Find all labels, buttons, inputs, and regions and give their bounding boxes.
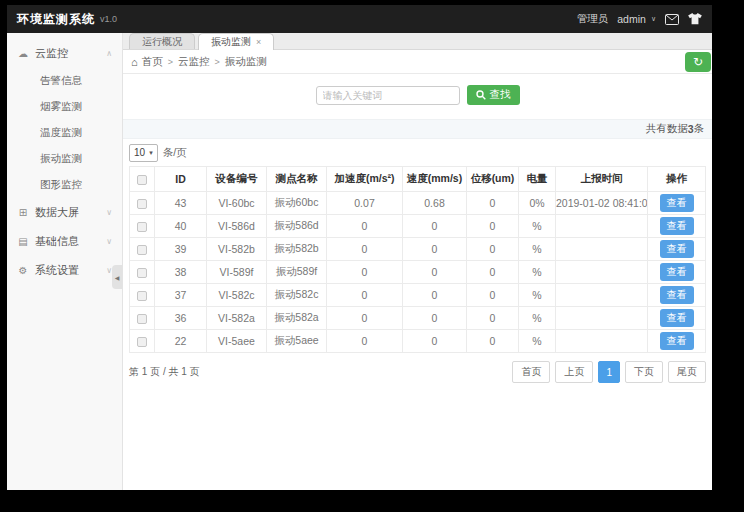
row-checkbox[interactable] [137,291,147,301]
table-cell: 39 [155,238,207,261]
sidebar-item-temperature-monitor[interactable]: 温度监测 [7,120,122,146]
table-cell: % [519,238,556,261]
app-version: v1.0 [100,14,117,24]
table-cell: 0 [403,330,467,353]
table-cell: 40 [155,215,207,238]
row-actions-cell: 查看 [648,330,706,353]
table-cell: 0 [327,238,403,261]
sidebar-collapse-handle[interactable]: ◀ [112,265,122,289]
search-button[interactable]: 查找 [467,85,520,105]
table-cell: VI-582a [207,307,267,330]
table-row: 39VI-582b振动582b000%查看 [130,238,706,261]
table-row: 40VI-586d振动586d000%查看 [130,215,706,238]
close-icon[interactable]: × [256,37,261,47]
user-menu[interactable]: admin [617,13,646,25]
row-checkbox[interactable] [137,245,147,255]
sidebar-item-vibration-monitor[interactable]: 振动监测 [7,146,122,172]
table-cell: % [519,284,556,307]
view-button[interactable]: 查看 [660,217,694,235]
collapse-arrow-icon: ◀ [115,274,120,281]
pagination-last-button[interactable]: 尾页 [668,361,706,383]
refresh-button[interactable]: ↻ [685,52,711,72]
summary-suffix: 条 [694,122,705,136]
view-button[interactable]: 查看 [660,286,694,304]
column-header-displacement: 位移(um) [467,167,519,192]
row-checkbox[interactable] [137,314,147,324]
table-cell [556,215,648,238]
home-icon: ⌂ [131,56,138,68]
sidebar-item-system-settings[interactable]: ⚙ 系统设置 ∨ [7,256,122,285]
table-cell: % [519,261,556,284]
view-button[interactable]: 查看 [660,263,694,281]
row-checkbox[interactable] [137,222,147,232]
sidebar-item-smoke-monitor[interactable]: 烟雾监测 [7,94,122,120]
row-checkbox[interactable] [137,268,147,278]
column-header-speed: 速度(mm/s) [403,167,467,192]
chevron-down-icon: ∨ [106,208,112,217]
mail-icon[interactable] [665,14,679,25]
view-button[interactable]: 查看 [660,332,694,350]
chevron-down-icon: ∨ [651,15,656,23]
table-row: 38VI-589f振动589f000%查看 [130,261,706,284]
row-select-cell [130,192,155,215]
table-cell: 0 [327,261,403,284]
summary-bar: 共有数据3 条 [123,119,712,139]
sidebar-item-data-screen[interactable]: ⊞ 数据大屏 ∨ [7,198,122,227]
search-button-label: 查找 [490,88,511,102]
shirt-icon[interactable] [688,13,702,25]
view-button[interactable]: 查看 [660,194,694,212]
sidebar-item-graphic-monitor[interactable]: 图形监控 [7,172,122,198]
search-icon [476,90,486,100]
pagination-next-button[interactable]: 下页 [625,361,663,383]
column-header-device-code: 设备编号 [207,167,267,192]
pagination-page-1-button[interactable]: 1 [598,361,620,383]
pagination-first-button[interactable]: 首页 [512,361,550,383]
table-cell: 0 [327,307,403,330]
view-button[interactable]: 查看 [660,309,694,327]
summary-prefix: 共有数据 [646,122,688,136]
table-cell: VI-5aee [207,330,267,353]
search-input[interactable] [316,86,460,105]
row-checkbox[interactable] [137,337,147,347]
sidebar-item-label: 云监控 [35,46,68,61]
breadcrumb-current: 振动监测 [225,55,267,69]
table-cell: 0 [467,192,519,215]
breadcrumb-home[interactable]: 首页 [142,55,163,69]
page-size-select[interactable]: 10 ▾ [129,144,158,162]
table-cell: 22 [155,330,207,353]
row-actions-cell: 查看 [648,307,706,330]
breadcrumb-separator: > [168,57,173,67]
gear-icon: ⚙ [17,265,29,276]
tab-bar: 运行概况 振动监测 × [123,33,712,50]
table-cell: VI-586d [207,215,267,238]
content-area: 运行概况 振动监测 × ⌂ 首页 > 云监控 > 振动监测 ↻ [123,33,712,490]
table-cell: 振动5aee [267,330,327,353]
pagination-prev-button[interactable]: 上页 [555,361,593,383]
column-header-acceleration: 加速度(m/s²) [327,167,403,192]
table-row: 36VI-582a振动582a000%查看 [130,307,706,330]
table-cell: VI-60bc [207,192,267,215]
row-checkbox[interactable] [137,199,147,209]
table-cell: 振动589f [267,261,327,284]
sidebar-item-alarm-info[interactable]: 告警信息 [7,68,122,94]
top-bar: 环境监测系统 v1.0 管理员 admin ∨ [7,5,712,33]
tab-vibration-monitor[interactable]: 振动监测 × [198,33,274,50]
breadcrumb-cloud-monitor[interactable]: 云监控 [178,55,210,69]
select-all-checkbox[interactable] [137,175,147,185]
tab-run-overview[interactable]: 运行概况 [129,33,195,49]
column-header-id: ID [155,167,207,192]
view-button[interactable]: 查看 [660,240,694,258]
sidebar-item-basic-info[interactable]: ▤ 基础信息 ∨ [7,227,122,256]
sidebar-item-cloud-monitor[interactable]: ☁ 云监控 ∧ [7,39,122,68]
page-size-row: 10 ▾ 条/页 [123,139,712,166]
table-row: 37VI-582c振动582c000%查看 [130,284,706,307]
table-cell [556,330,648,353]
table-cell: 0 [327,215,403,238]
column-header-report-time: 上报时间 [556,167,648,192]
table-cell: 0 [403,261,467,284]
user-role-label: 管理员 [577,12,609,26]
table-cell: 43 [155,192,207,215]
table-cell: 0 [467,307,519,330]
sidebar-item-label: 数据大屏 [35,205,79,220]
chevron-up-icon: ∧ [106,49,112,58]
